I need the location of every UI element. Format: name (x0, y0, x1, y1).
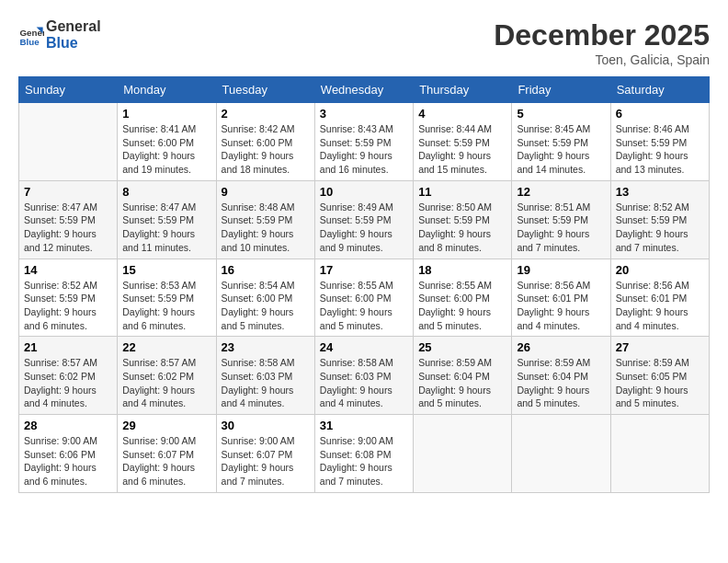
day-info: Sunrise: 8:55 AMSunset: 6:00 PMDaylight:… (418, 279, 506, 333)
day-number: 20 (616, 263, 704, 277)
day-number: 3 (320, 107, 408, 121)
day-number: 28 (24, 419, 112, 432)
day-number: 25 (418, 340, 506, 354)
day-number: 5 (517, 107, 605, 121)
weekday-header: Monday (118, 77, 216, 103)
day-number: 18 (418, 263, 506, 277)
day-info: Sunrise: 8:58 AMSunset: 6:03 PMDaylight:… (320, 356, 408, 410)
calendar-day: 28 Sunrise: 9:00 AMSunset: 6:06 PMDaylig… (19, 415, 118, 493)
day-number: 29 (122, 419, 210, 432)
day-info: Sunrise: 8:57 AMSunset: 6:02 PMDaylight:… (24, 356, 112, 410)
day-info: Sunrise: 8:59 AMSunset: 6:05 PMDaylight:… (616, 356, 704, 410)
day-number: 19 (517, 263, 605, 277)
month-title: December 2025 (494, 18, 710, 52)
calendar-day: 3 Sunrise: 8:43 AMSunset: 5:59 PMDayligh… (314, 103, 413, 181)
calendar-table: SundayMondayTuesdayWednesdayThursdayFrid… (18, 76, 710, 493)
day-info: Sunrise: 8:51 AMSunset: 5:59 PMDaylight:… (517, 201, 605, 255)
calendar-week: 28 Sunrise: 9:00 AMSunset: 6:06 PMDaylig… (19, 415, 710, 493)
logo-line2: Blue (46, 35, 101, 52)
calendar-day (414, 415, 512, 493)
day-number: 7 (24, 185, 112, 199)
day-number: 8 (122, 185, 210, 199)
calendar-header: SundayMondayTuesdayWednesdayThursdayFrid… (19, 77, 710, 103)
page-header: General Blue General Blue December 2025 … (18, 18, 710, 67)
day-info: Sunrise: 8:57 AMSunset: 6:02 PMDaylight:… (122, 356, 210, 410)
calendar-week: 1 Sunrise: 8:41 AMSunset: 6:00 PMDayligh… (19, 103, 710, 181)
day-number: 12 (517, 185, 605, 199)
calendar-day (512, 415, 610, 493)
day-number: 6 (616, 107, 704, 121)
weekday-header: Friday (512, 77, 610, 103)
day-number: 21 (24, 340, 112, 354)
calendar-day: 7 Sunrise: 8:47 AMSunset: 5:59 PMDayligh… (19, 180, 118, 259)
calendar-day: 22 Sunrise: 8:57 AMSunset: 6:02 PMDaylig… (118, 337, 216, 415)
day-info: Sunrise: 8:49 AMSunset: 5:59 PMDaylight:… (320, 201, 408, 255)
day-info: Sunrise: 8:46 AMSunset: 5:59 PMDaylight:… (616, 122, 704, 177)
calendar-day: 31 Sunrise: 9:00 AMSunset: 6:08 PMDaylig… (314, 415, 413, 493)
day-info: Sunrise: 8:52 AMSunset: 5:59 PMDaylight:… (24, 279, 112, 333)
weekday-row: SundayMondayTuesdayWednesdayThursdayFrid… (19, 77, 710, 103)
day-info: Sunrise: 8:47 AMSunset: 5:59 PMDaylight:… (122, 201, 210, 255)
day-number: 23 (222, 340, 310, 354)
day-info: Sunrise: 9:00 AMSunset: 6:07 PMDaylight:… (222, 434, 310, 488)
day-number: 16 (222, 263, 310, 277)
day-info: Sunrise: 8:59 AMSunset: 6:04 PMDaylight:… (517, 356, 605, 410)
day-info: Sunrise: 8:56 AMSunset: 6:01 PMDaylight:… (616, 279, 704, 333)
day-number: 10 (320, 185, 408, 199)
day-info: Sunrise: 8:59 AMSunset: 6:04 PMDaylight:… (418, 356, 506, 410)
calendar-day: 23 Sunrise: 8:58 AMSunset: 6:03 PMDaylig… (216, 337, 314, 415)
calendar-day: 14 Sunrise: 8:52 AMSunset: 5:59 PMDaylig… (19, 259, 118, 337)
location: Toen, Galicia, Spain (494, 52, 710, 67)
calendar-day: 20 Sunrise: 8:56 AMSunset: 6:01 PMDaylig… (610, 259, 709, 337)
weekday-header: Wednesday (314, 77, 413, 103)
day-info: Sunrise: 8:53 AMSunset: 5:59 PMDaylight:… (122, 279, 210, 333)
calendar-day: 21 Sunrise: 8:57 AMSunset: 6:02 PMDaylig… (19, 337, 118, 415)
calendar-day: 17 Sunrise: 8:55 AMSunset: 6:00 PMDaylig… (314, 259, 413, 337)
calendar-day: 18 Sunrise: 8:55 AMSunset: 6:00 PMDaylig… (414, 259, 512, 337)
title-area: December 2025 Toen, Galicia, Spain (494, 18, 710, 67)
day-number: 22 (122, 340, 210, 354)
day-number: 2 (222, 107, 310, 121)
calendar-day: 5 Sunrise: 8:45 AMSunset: 5:59 PMDayligh… (512, 103, 610, 181)
day-info: Sunrise: 8:48 AMSunset: 5:59 PMDaylight:… (222, 201, 310, 255)
day-number: 24 (320, 340, 408, 354)
weekday-header: Sunday (19, 77, 118, 103)
day-number: 11 (418, 185, 506, 199)
day-number: 31 (320, 419, 408, 432)
calendar-day: 8 Sunrise: 8:47 AMSunset: 5:59 PMDayligh… (118, 180, 216, 259)
calendar-day: 19 Sunrise: 8:56 AMSunset: 6:01 PMDaylig… (512, 259, 610, 337)
calendar-day: 15 Sunrise: 8:53 AMSunset: 5:59 PMDaylig… (118, 259, 216, 337)
calendar-day: 2 Sunrise: 8:42 AMSunset: 6:00 PMDayligh… (216, 103, 314, 181)
day-info: Sunrise: 8:54 AMSunset: 6:00 PMDaylight:… (222, 279, 310, 333)
day-info: Sunrise: 9:00 AMSunset: 6:06 PMDaylight:… (24, 434, 112, 488)
day-number: 9 (222, 185, 310, 199)
day-number: 26 (517, 340, 605, 354)
calendar-week: 21 Sunrise: 8:57 AMSunset: 6:02 PMDaylig… (19, 337, 710, 415)
day-info: Sunrise: 8:45 AMSunset: 5:59 PMDaylight:… (517, 122, 605, 177)
day-info: Sunrise: 8:41 AMSunset: 6:00 PMDaylight:… (122, 122, 210, 177)
calendar-day: 26 Sunrise: 8:59 AMSunset: 6:04 PMDaylig… (512, 337, 610, 415)
calendar-day: 1 Sunrise: 8:41 AMSunset: 6:00 PMDayligh… (118, 103, 216, 181)
day-info: Sunrise: 8:50 AMSunset: 5:59 PMDaylight:… (418, 201, 506, 255)
calendar-week: 14 Sunrise: 8:52 AMSunset: 5:59 PMDaylig… (19, 259, 710, 337)
calendar-day (610, 415, 709, 493)
day-info: Sunrise: 8:58 AMSunset: 6:03 PMDaylight:… (222, 356, 310, 410)
svg-text:Blue: Blue (19, 37, 40, 47)
calendar-day: 29 Sunrise: 9:00 AMSunset: 6:07 PMDaylig… (118, 415, 216, 493)
day-number: 15 (122, 263, 210, 277)
logo: General Blue General Blue (18, 18, 101, 52)
day-info: Sunrise: 8:56 AMSunset: 6:01 PMDaylight:… (517, 279, 605, 333)
day-info: Sunrise: 8:42 AMSunset: 6:00 PMDaylight:… (222, 122, 310, 177)
calendar-day: 30 Sunrise: 9:00 AMSunset: 6:07 PMDaylig… (216, 415, 314, 493)
calendar-day: 13 Sunrise: 8:52 AMSunset: 5:59 PMDaylig… (610, 180, 709, 259)
calendar-day: 9 Sunrise: 8:48 AMSunset: 5:59 PMDayligh… (216, 180, 314, 259)
day-number: 27 (616, 340, 704, 354)
day-number: 14 (24, 263, 112, 277)
day-info: Sunrise: 8:47 AMSunset: 5:59 PMDaylight:… (24, 201, 112, 255)
day-number: 17 (320, 263, 408, 277)
day-info: Sunrise: 9:00 AMSunset: 6:07 PMDaylight:… (122, 434, 210, 488)
weekday-header: Thursday (414, 77, 512, 103)
weekday-header: Saturday (610, 77, 709, 103)
logo-icon: General Blue (18, 22, 44, 48)
calendar-day: 4 Sunrise: 8:44 AMSunset: 5:59 PMDayligh… (414, 103, 512, 181)
